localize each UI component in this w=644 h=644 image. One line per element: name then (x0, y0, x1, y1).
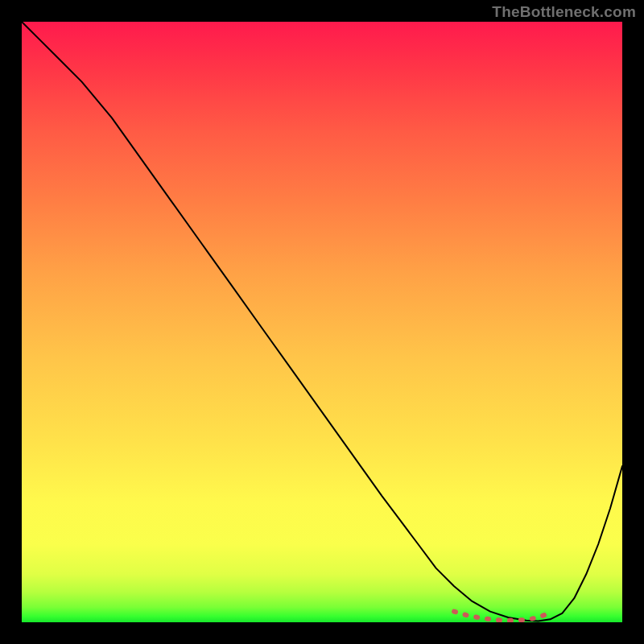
main-curve-line (22, 22, 622, 621)
watermark-text: TheBottleneck.com (492, 3, 636, 21)
chart-svg (22, 22, 622, 622)
chart-canvas (22, 22, 622, 622)
